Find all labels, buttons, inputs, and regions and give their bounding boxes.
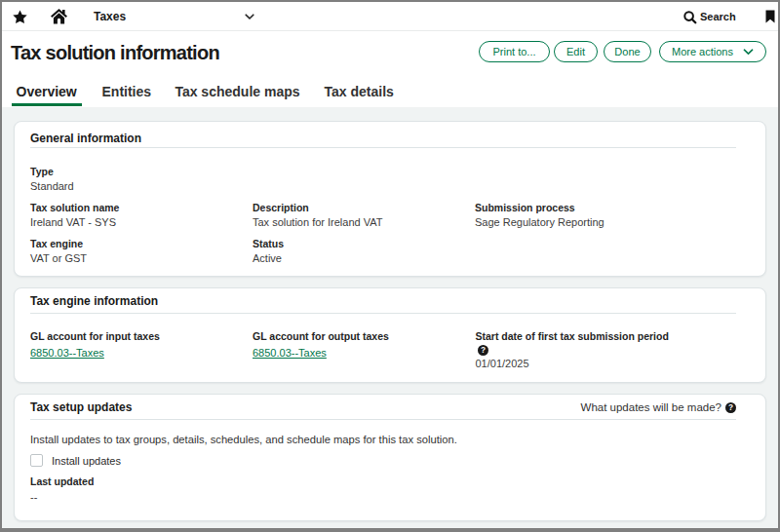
svg-text:?: ? — [480, 346, 485, 355]
svg-text:?: ? — [728, 403, 733, 412]
